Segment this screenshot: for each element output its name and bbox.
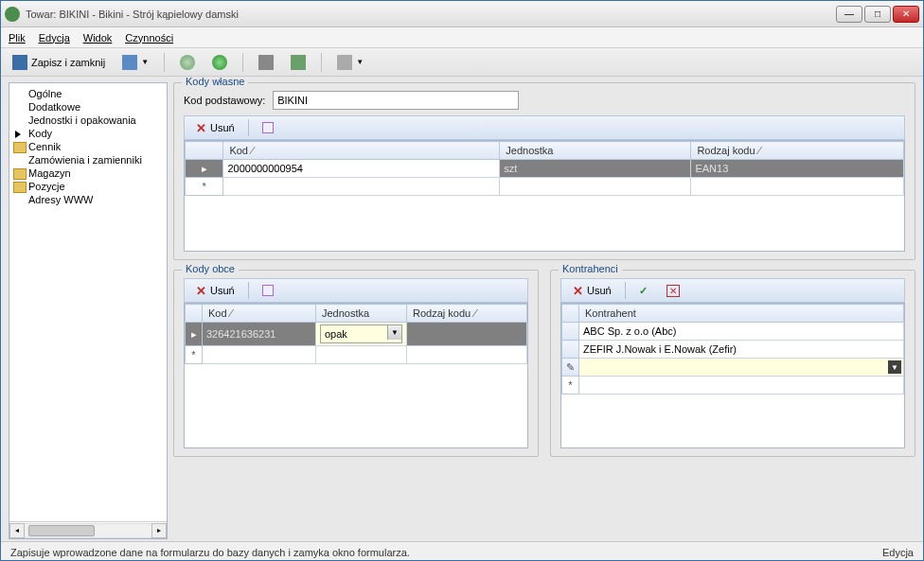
col-type[interactable]: Rodzaj kodu⁄ (691, 142, 904, 160)
foreign-codes-toolbar: ✕ Usuń (184, 278, 528, 303)
sidebar-item-www[interactable]: Adresy WWW (11, 193, 165, 206)
contractors-accept-button[interactable]: ✓ (633, 283, 653, 299)
new-row-indicator: * (186, 346, 203, 364)
delete-icon: ✕ (196, 121, 206, 135)
tools-button[interactable] (253, 52, 279, 73)
sidebar-item-codes[interactable]: Kody (11, 127, 165, 140)
own-codes-grid[interactable]: Kod⁄ Jednostka Rodzaj kodu⁄ ▸ 2000000000… (185, 141, 904, 196)
edit-row-indicator: ✎ (562, 359, 579, 377)
statusbar: Zapisuje wprowadzone dane na formularzu … (1, 541, 923, 561)
chevron-down-icon[interactable]: ▼ (387, 325, 401, 340)
sidebar-item-additional[interactable]: Dodatkowe (11, 100, 165, 114)
check-icon: ✓ (639, 285, 648, 297)
close-button[interactable]: ✕ (893, 6, 919, 23)
col-contractor[interactable]: Kontrahent (579, 305, 904, 323)
cell-type[interactable] (407, 323, 527, 346)
cell-unit[interactable]: ▼ (316, 323, 407, 346)
sidebar-item-pricelist[interactable]: Cennik (11, 140, 165, 153)
contractors-delete-label: Usuń (587, 285, 612, 296)
contractors-toolbar: ✕ Usuń ✓ ✕ (560, 278, 905, 303)
row-indicator: ▸ (186, 323, 203, 346)
save-close-label: Zapisz i zamknij (31, 57, 105, 68)
forward-icon (212, 55, 227, 70)
sidebar: Ogólne Dodatkowe Jednostki i opakowania … (9, 82, 168, 539)
col-unit[interactable]: Jednostka (316, 305, 407, 323)
delete-icon: ✕ (196, 284, 206, 298)
contractor-row[interactable]: ZEFIR J.Nowak i E.Nowak (Zefir) (579, 341, 904, 359)
status-text: Zapisuje wprowadzone dane na formularzu … (10, 547, 410, 558)
contractors-delete-button[interactable]: ✕ Usuń (567, 282, 617, 300)
contractor-row[interactable]: ABC Sp. z o.o (Abc) (579, 323, 904, 341)
foreign-edit-button[interactable] (257, 283, 279, 298)
refresh-button[interactable] (285, 52, 311, 73)
menu-file[interactable]: Plik (9, 32, 26, 44)
print-icon (337, 55, 352, 70)
menu-edit[interactable]: Edycja (39, 32, 70, 44)
own-delete-label: Usuń (210, 122, 235, 133)
refresh-icon (291, 55, 306, 70)
own-delete-button[interactable]: ✕ Usuń (190, 119, 240, 137)
cell-unit[interactable]: szt (500, 160, 691, 178)
status-mode: Edycja (882, 547, 914, 558)
foreign-codes-grid[interactable]: Kod⁄ Jednostka Rodzaj kodu⁄ ▸ 3264216362… (185, 304, 527, 364)
contractor-edit-cell[interactable]: ▼ (579, 359, 904, 377)
titlebar: Towar: BIKINI - Bikini - Strój kąpielowy… (1, 1, 923, 27)
col-code[interactable]: Kod⁄ (223, 142, 500, 160)
cell-type[interactable]: EAN13 (691, 160, 904, 178)
app-icon (5, 7, 20, 22)
edit-icon (262, 285, 274, 296)
edit-icon (262, 122, 274, 133)
save-icon (12, 55, 27, 70)
own-codes-legend: Kody własne (182, 77, 248, 87)
save-close-button[interactable]: Zapisz i zamknij (7, 52, 111, 73)
group-contractors: Kontrahenci ✕ Usuń ✓ ✕ Kontrahent (550, 270, 915, 457)
scroll-left-icon[interactable]: ◂ (9, 523, 25, 538)
scroll-right-icon[interactable]: ▸ (151, 523, 167, 538)
base-code-input[interactable] (273, 91, 519, 110)
menu-actions[interactable]: Czynności (125, 32, 173, 44)
sidebar-scrollbar[interactable]: ◂ ▸ (9, 521, 167, 538)
sidebar-item-units[interactable]: Jednostki i opakowania (11, 114, 165, 127)
col-type[interactable]: Rodzaj kodu⁄ (407, 305, 527, 323)
row-indicator: ▸ (186, 160, 223, 178)
tools-icon (258, 55, 274, 70)
forward-button[interactable] (206, 52, 233, 73)
cell-code[interactable]: 326421636231 (203, 323, 316, 346)
col-code[interactable]: Kod⁄ (203, 305, 316, 323)
contractors-legend: Kontrahenci (559, 263, 622, 274)
chevron-down-icon[interactable]: ▼ (888, 360, 901, 374)
cancel-icon: ✕ (666, 285, 680, 297)
disk-icon (122, 55, 137, 70)
menubar: Plik Edycja Widok Czynności (1, 27, 923, 48)
contractors-grid[interactable]: Kontrahent ABC Sp. z o.o (Abc) ZEFIR J.N… (561, 304, 904, 394)
window-title: Towar: BIKINI - Bikini - Strój kąpielowy… (26, 9, 836, 20)
own-codes-toolbar: ✕ Usuń (184, 115, 905, 140)
foreign-delete-label: Usuń (210, 285, 235, 296)
sidebar-item-orders[interactable]: Zamówienia i zamienniki (11, 153, 165, 167)
new-row-indicator: * (562, 377, 579, 394)
foreign-codes-legend: Kody obce (182, 263, 239, 274)
delete-icon: ✕ (573, 284, 583, 298)
back-icon (180, 55, 195, 70)
contractors-cancel-button[interactable]: ✕ (661, 283, 685, 299)
back-button[interactable] (174, 52, 201, 73)
base-code-label: Kod podstawowy: (184, 95, 265, 106)
sidebar-item-general[interactable]: Ogólne (11, 87, 165, 100)
menu-view[interactable]: Widok (83, 32, 113, 44)
sidebar-item-positions[interactable]: Pozycje (11, 180, 165, 193)
foreign-delete-button[interactable]: ✕ Usuń (190, 282, 240, 300)
col-unit[interactable]: Jednostka (500, 142, 691, 160)
print-button[interactable]: ▼ (331, 52, 369, 73)
group-own-codes: Kody własne Kod podstawowy: ✕ Usuń Kod⁄ (173, 82, 915, 260)
group-foreign-codes: Kody obce ✕ Usuń Kod⁄ Jednostka (173, 270, 539, 457)
own-edit-button[interactable] (257, 120, 279, 135)
maximize-button[interactable]: □ (864, 6, 891, 23)
sidebar-item-warehouse[interactable]: Magazyn (11, 167, 165, 180)
new-row-indicator: * (186, 178, 223, 196)
toolbar: Zapisz i zamknij ▼ ▼ (1, 48, 923, 77)
save-dropdown-button[interactable]: ▼ (116, 52, 154, 73)
minimize-button[interactable]: — (836, 6, 862, 23)
cell-code[interactable]: 2000000000954 (223, 160, 500, 178)
